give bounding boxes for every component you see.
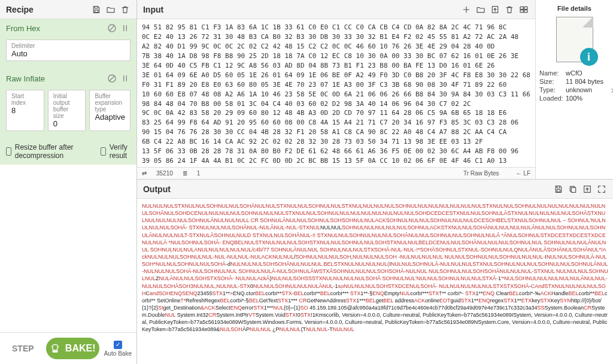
maximize-output-icon[interactable] (596, 184, 607, 195)
file-name: wCfO (566, 69, 609, 77)
input-lines: 1 (197, 170, 201, 177)
clear-input-icon[interactable] (504, 4, 515, 15)
arrows-icon: ⇄ (142, 170, 147, 177)
disable-op-icon[interactable] (107, 73, 117, 84)
input-title: Input (143, 5, 163, 14)
output-header: Output (137, 180, 613, 199)
checkbox-icon (6, 147, 11, 156)
start-index-field[interactable]: Start index 8 (6, 90, 44, 131)
pause-op-icon[interactable] (120, 73, 131, 84)
file-size: 11 804 bytes (566, 78, 609, 85)
raw-bytes-toggle[interactable]: Tr Raw Bytes (463, 170, 499, 177)
info-icon: i (580, 48, 598, 66)
copy-output-icon[interactable] (568, 184, 578, 195)
svg-rect-5 (520, 7, 523, 9)
trash-icon[interactable] (120, 4, 131, 15)
check-icon: ✓ (114, 341, 122, 349)
svg-rect-0 (95, 10, 98, 12)
output-title: Output (143, 184, 171, 194)
chef-icon (50, 342, 60, 354)
svg-rect-9 (557, 189, 560, 192)
input-status-bar: ⇄ 35210 ≣ 1 Tr Raw Bytes ← LF (137, 167, 535, 179)
file-loaded: 100% (566, 95, 609, 102)
svg-rect-3 (53, 351, 57, 353)
save-recipe-icon[interactable] (91, 4, 102, 15)
save-output-icon[interactable] (553, 184, 564, 195)
output-text[interactable]: NULNULNULSTXNULNULSOHNULNULSOHÂNULNULSTX… (137, 199, 613, 364)
initial-buffer-field[interactable]: Initial output buffer size 0 (48, 90, 86, 131)
recipe-header: Recipe (0, 0, 136, 19)
input-text[interactable]: 94 51 82 95 81 C1 F3 1A 83 6A 1C 1B 33 6… (137, 19, 535, 167)
lines-icon: ≣ (183, 170, 187, 177)
svg-rect-10 (571, 187, 575, 192)
chevron-right-icon[interactable]: › (611, 83, 613, 96)
open-folder-icon[interactable] (475, 4, 486, 15)
input-length: 35210 (156, 170, 173, 177)
svg-rect-8 (524, 10, 527, 12)
add-input-icon[interactable] (461, 4, 472, 15)
disable-op-icon[interactable] (107, 23, 117, 34)
input-tabs-icon[interactable] (518, 4, 529, 15)
file-thumb: i (554, 16, 596, 63)
operation-raw-inflate[interactable]: Raw Inflate Start index 8 Initial output… (0, 69, 136, 165)
buffer-expansion-field[interactable]: Buffer expansion type Adaptive (89, 90, 131, 131)
eol-toggle[interactable]: ← LF (516, 170, 530, 177)
operation-from-hex[interactable]: From Hex Delimiter Auto (0, 19, 136, 69)
recipe-title: Recipe (6, 5, 34, 14)
verify-result-checkbox[interactable]: Verify result (101, 143, 131, 160)
input-header: Input (137, 0, 535, 19)
folder-icon[interactable] (105, 4, 116, 15)
open-file-icon[interactable] (490, 4, 500, 15)
checkbox-icon (101, 147, 106, 156)
delimiter-field[interactable]: Delimiter Auto (6, 40, 131, 61)
resize-buffer-checkbox[interactable]: Resize buffer after decompression (6, 143, 77, 160)
op-title: From Hex (6, 24, 40, 33)
svg-rect-6 (524, 7, 527, 9)
replace-input-icon[interactable] (582, 184, 593, 195)
bake-button[interactable]: BAKE! (46, 338, 99, 359)
auto-bake-toggle[interactable]: ✓ Auto Bake (104, 341, 132, 357)
step-button[interactable]: STEP (5, 339, 41, 358)
pause-op-icon[interactable] (120, 23, 131, 34)
recipe-body: From Hex Delimiter Auto Raw Inflate (0, 19, 136, 332)
bake-row: STEP BAKE! ✓ Auto Bake (0, 332, 136, 364)
op-title: Raw Inflate (6, 74, 45, 83)
file-details-panel: File details i Name:wCfO Size:11 804 byt… (535, 0, 613, 179)
svg-rect-7 (520, 10, 523, 12)
file-type: unknown (566, 86, 609, 93)
file-details-title: File details (557, 5, 591, 12)
